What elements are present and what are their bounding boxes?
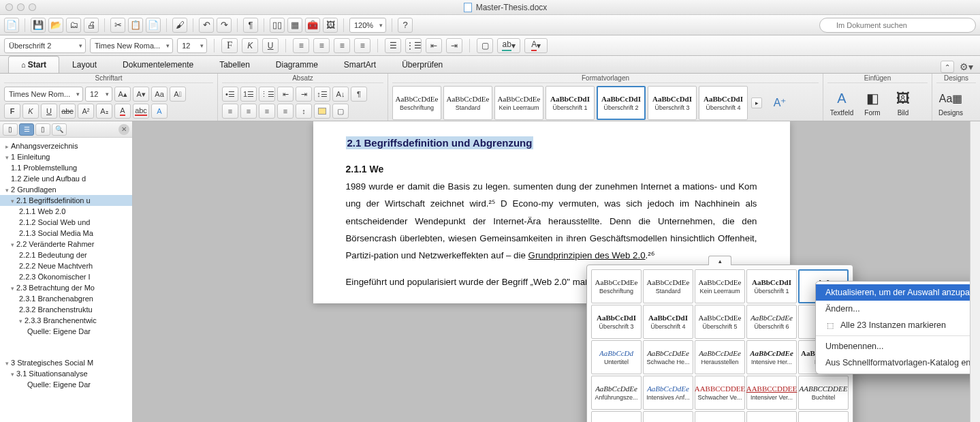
undo-button[interactable]: ↶ (199, 18, 214, 33)
document-canvas[interactable]: 2.1 Begriffsdefinition und Abgrenzung 2.… (133, 121, 970, 422)
ctx-update-to-match[interactable]: Aktualisieren, um der Auswahl anzupassen (816, 284, 970, 301)
style-tile-überschrift-2[interactable]: AaBbCcDdIÜberschrift 2 (597, 86, 646, 120)
outdent-btn-r[interactable]: ⇤ (277, 87, 294, 102)
sidebar-tab-thumbnails[interactable]: ▯ (3, 123, 18, 136)
gallery-tile--berschrift-4[interactable]: AaBbCcDdIÜberschrift 4 (643, 305, 693, 339)
grow-font-button[interactable]: A▴ (114, 87, 131, 102)
superscript-btn[interactable]: A² (78, 104, 94, 119)
outdent-button[interactable]: ⇤ (426, 38, 442, 53)
bullets-btn[interactable]: •☰ (222, 87, 238, 102)
multilevel-btn[interactable]: ⋮☰ (259, 87, 275, 102)
gallery-tile-intensives-anf-[interactable]: AaBbCcDdEeIntensives Anf... (643, 376, 693, 410)
close-window[interactable] (5, 3, 13, 11)
shrink-font-button[interactable]: A▾ (133, 87, 149, 102)
gallery-tile-untertitel[interactable]: AaBbCcDdUntertitel (591, 340, 642, 374)
gallery-tile-verzeichnis-3[interactable]: AaBbCcDdEVerzeichnis 3 (798, 411, 849, 422)
tab-start[interactable]: Start (8, 56, 59, 73)
align-right-r[interactable]: ≡ (259, 104, 275, 119)
nav-item[interactable]: ▾2.2 Veränderte Rahmer (0, 239, 132, 250)
save-as-button[interactable]: 🗂 (66, 18, 81, 33)
font-color-button[interactable]: A▾ (524, 38, 548, 53)
style-tile-standard[interactable]: AaBbCcDdEeStandard (443, 86, 492, 120)
zoom-window[interactable] (29, 3, 36, 11)
toolbox-button[interactable]: 🧰 (305, 18, 320, 33)
vertical-scrollbar[interactable] (970, 121, 980, 422)
sort-btn[interactable]: A↓ (332, 87, 349, 102)
nav-item[interactable]: 1.1 Problemstellung (0, 162, 132, 173)
help-button[interactable]: ? (398, 18, 413, 33)
media-button[interactable]: 🖼 (323, 18, 338, 33)
tab-dokumentelemente[interactable]: Dokumentelemente (110, 56, 206, 73)
nav-item[interactable]: ▸Anhangsverzeichnis (0, 140, 132, 151)
format-painter-button[interactable]: 🖌 (172, 18, 187, 33)
textfeld-button[interactable]: ATextfeld (827, 87, 856, 119)
ctx-remove-from-gallery[interactable]: Aus Schnellformatvorlagen-Katalog entfer… (816, 355, 970, 371)
bold-button[interactable]: F (221, 38, 238, 53)
show-marks-btn[interactable]: ¶ (351, 87, 367, 102)
sidebar-tab-review[interactable]: ▯ (35, 123, 50, 136)
copy-button[interactable]: 📋 (128, 18, 143, 33)
cut-button[interactable]: ✂ (110, 18, 125, 33)
sidebar-toggle[interactable]: ▯▯ (270, 18, 285, 33)
gallery-tile-verzeichnis-2[interactable]: AaBbCcDdEVerzeichnis 2 (746, 411, 797, 422)
gallery-tile--berschrift-1[interactable]: AaBbCcDdIÜberschrift 1 (746, 269, 797, 303)
save-button[interactable]: 💾 (31, 18, 46, 33)
gallery-tile-anf-hrungsze-[interactable]: AaBbCcDdEeAnführungsze... (591, 376, 642, 410)
tab-layout[interactable]: Layout (59, 56, 110, 73)
gallery-tile-buchtitel[interactable]: AABBCCDDEEBuchtitel (798, 376, 849, 410)
ribbon-size-combo[interactable]: 12 (85, 87, 112, 102)
align-justify-r[interactable]: ≡ (277, 104, 294, 119)
nav-item[interactable]: 2.1.3 Social Media Ma (0, 228, 132, 239)
align-center-button[interactable]: ≡ (313, 38, 330, 53)
nav-item[interactable]: 1.2 Ziele und Aufbau d (0, 173, 132, 184)
align-left-button[interactable]: ≡ (293, 38, 309, 53)
bold-btn-r[interactable]: F (4, 104, 20, 119)
gallery-tile--berschrift-6[interactable]: AaBbCcDdEeÜberschrift 6 (746, 305, 797, 339)
nav-item[interactable]: Quelle: Eigene Dar (0, 379, 132, 390)
text-effects-btn[interactable]: A (151, 104, 168, 119)
indent-button[interactable]: ⇥ (446, 38, 462, 53)
gallery-tile-listenabsatz[interactable]: AaBbCcDdEeListenabsatz (591, 411, 642, 422)
sidebar-close-button[interactable]: ✕ (118, 124, 129, 135)
style-tile-überschrift-4[interactable]: AaBbCcDdIÜberschrift 4 (699, 86, 748, 120)
shading-btn[interactable] (314, 104, 330, 119)
tab-diagramme[interactable]: Diagramme (263, 56, 331, 73)
styles-pane-button[interactable]: A⁺ (765, 87, 794, 119)
nav-item[interactable]: ▾3.1 Situationsanalyse (0, 368, 132, 379)
strike-btn-r[interactable]: abc (59, 104, 76, 119)
style-tile-überschrift-1[interactable]: AaBbCcDdIÜberschrift 1 (546, 86, 595, 120)
underline-btn-r[interactable]: U (41, 104, 57, 119)
nav-item[interactable]: 2.3.2 Branchenstruktu (0, 304, 132, 315)
bulleted-list-button[interactable]: ⋮☰ (405, 38, 422, 53)
nav-item[interactable]: Quelle: Eigene Dar (0, 326, 132, 337)
numbers-btn[interactable]: 1☰ (240, 87, 257, 102)
align-justify-button[interactable]: ≡ (354, 38, 370, 53)
align-left-r[interactable]: ≡ (222, 104, 238, 119)
redo-button[interactable]: ↷ (217, 18, 232, 33)
font-combo[interactable]: Times New Roma... (90, 38, 173, 53)
designs-button[interactable]: Aa▦Designs (936, 87, 965, 119)
clear-format-button[interactable]: A⃠ (170, 87, 186, 102)
border-button[interactable]: ▢ (477, 38, 493, 53)
tab-ueberpruefen[interactable]: Überprüfen (389, 56, 456, 73)
indent-btn-r[interactable]: ⇥ (296, 87, 312, 102)
settings-gear-icon[interactable]: ⚙▾ (960, 61, 973, 72)
gallery-tile-verzeichnis-1[interactable]: AaBbCcDdEVerzeichnis 1 (695, 411, 745, 422)
ctx-rename[interactable]: Umbenennen... (816, 338, 970, 355)
tab-tabellen[interactable]: Tabellen (206, 56, 263, 73)
numbered-list-button[interactable]: ☰ (385, 38, 401, 53)
gallery-tile-inhaltsverzeic-[interactable]: AaBbCcDdIInhaltsverzeic... (643, 411, 693, 422)
minimize-window[interactable] (17, 3, 25, 11)
paste-button[interactable]: 📄 (146, 18, 161, 33)
underline-button[interactable]: U (262, 38, 279, 53)
nav-item[interactable]: ▾3 Strategisches Social M (0, 357, 132, 368)
align-right-button[interactable]: ≡ (334, 38, 350, 53)
gallery-tile-intensive-her-[interactable]: AaBbCcDdEeIntensive Her... (746, 340, 797, 374)
tab-smartart[interactable]: SmartArt (331, 56, 389, 73)
line-spacing-r[interactable]: ↕ (296, 104, 312, 119)
italic-btn-r[interactable]: K (22, 104, 39, 119)
style-tile-überschrift-3[interactable]: AaBbCcDdIÜberschrift 3 (648, 86, 697, 120)
gallery-tile--berschrift-3[interactable]: AaBbCcDdIÜberschrift 3 (591, 305, 642, 339)
nav-item[interactable]: 2.2.3 Ökonomischer I (0, 271, 132, 282)
gallery-tile--berschrift-5[interactable]: AaBbCcDdEeÜberschrift 5 (695, 305, 745, 339)
